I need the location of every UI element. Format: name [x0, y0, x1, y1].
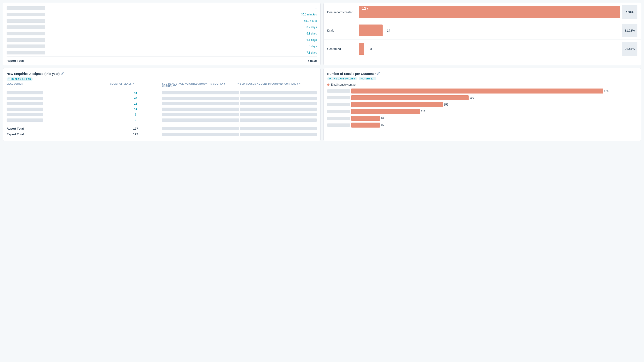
- chart-bar-wrap: 424: [351, 88, 638, 94]
- stage-name: Draft: [327, 29, 359, 32]
- stage-bar-container: 127: [359, 5, 620, 19]
- enquiries-card: New Enquiries Assigned (this year) i Thi…: [3, 68, 321, 141]
- deal-stages-card: Deal record created 127 100% Draft 14 11…: [323, 3, 641, 65]
- filters-row: In the last 30 days Filters (1): [327, 77, 638, 80]
- total-closed-bar: [240, 127, 317, 130]
- stage-bar: [359, 24, 382, 36]
- report-total-label: Report Total: [6, 59, 24, 62]
- chart-row: 46: [327, 122, 638, 128]
- stage-bar-value: 127: [362, 6, 368, 11]
- info-icon[interactable]: i: [61, 72, 64, 75]
- date-filter-badge[interactable]: In the last 30 days: [327, 77, 357, 80]
- chart-bar-value: 46: [381, 117, 384, 120]
- chart-bar-wrap: 152: [351, 102, 638, 107]
- stage-percent: 11.02%: [625, 29, 635, 32]
- time-rows: – 30.1 minutes 55.9 hours 8.2 days 6.8 d…: [6, 6, 317, 55]
- weighted-bar: [162, 118, 239, 122]
- stage-count: 3: [365, 47, 372, 50]
- report-totals-section: Report Total 127 Report Total 127: [6, 124, 317, 137]
- report-total-row: Report Total 7 days: [6, 56, 317, 62]
- report-total-value: 7 days: [308, 59, 317, 62]
- total-count: 127: [110, 127, 161, 130]
- chart-bar-value: 152: [444, 103, 448, 106]
- count-value: 6: [110, 113, 161, 116]
- time-row: 55.9 hours: [6, 18, 317, 24]
- chart-bar: [351, 109, 420, 114]
- closed-bar: [240, 91, 317, 94]
- time-row: 6 days: [6, 44, 317, 49]
- stage-name: Confirmed: [327, 47, 359, 50]
- total-weighted-bar: [162, 127, 239, 130]
- total-label: Report Total: [6, 132, 109, 136]
- bar-value: 8.2 days: [306, 26, 317, 29]
- stage-percent: 100%: [626, 10, 633, 14]
- chart-row: 424: [327, 88, 638, 94]
- emails-info-icon[interactable]: i: [377, 72, 380, 75]
- time-row: 6.1 days: [6, 38, 317, 42]
- chart-bar-value: 46: [381, 124, 384, 127]
- legend-dot: [327, 84, 330, 86]
- sort-arrow-count[interactable]: ⇅: [132, 82, 134, 85]
- bar-label-block: [6, 38, 45, 42]
- y-label-bar: [327, 117, 350, 120]
- bar-label-block: [6, 26, 45, 29]
- stage-row: Confirmed 3 21.43%: [324, 40, 641, 58]
- table-row: 42: [6, 96, 317, 101]
- y-label-bar: [327, 103, 350, 106]
- owner-bar: [6, 113, 43, 116]
- chart-bar-wrap: 199: [351, 95, 638, 100]
- total-label: Report Total: [6, 127, 109, 130]
- filter-count-badge[interactable]: Filters (1): [359, 77, 376, 80]
- owner-bar: [6, 118, 43, 122]
- closed-bar: [240, 108, 317, 111]
- owner-bar: [6, 97, 43, 100]
- emails-card: Number of Emails per Customer i In the l…: [323, 68, 641, 141]
- bar-value: 6 days: [309, 45, 317, 48]
- stage-row: Draft 14 11.02%: [324, 21, 641, 40]
- enquiries-table: Deal Owner Count of Deals ⇅ Sum Deal Sta…: [6, 82, 317, 137]
- weighted-bar: [162, 91, 239, 94]
- stage-name: Deal record created: [327, 10, 359, 14]
- y-label-bar: [327, 96, 350, 100]
- chart-bar: [351, 122, 380, 128]
- bar-label-block: [6, 44, 45, 48]
- time-row: 30.1 minutes: [6, 12, 317, 17]
- bar-label-block: [6, 6, 45, 10]
- bar-label-block: [6, 32, 45, 36]
- chart-bar-wrap: 46: [351, 122, 638, 128]
- report-total-table-row: Report Total 127: [6, 132, 317, 137]
- bar-value: 30.1 minutes: [301, 13, 317, 16]
- bar-label-block: [6, 51, 45, 54]
- col-count-deals: Count of Deals ⇅: [110, 82, 161, 88]
- closed-bar: [240, 113, 317, 116]
- table-row: 14: [6, 106, 317, 112]
- table-row: 46: [6, 90, 317, 96]
- stage-bar-container: 14: [359, 24, 620, 37]
- bar-label-block: [6, 19, 45, 23]
- stage-bar: [359, 43, 364, 55]
- chart-row: 117: [327, 109, 638, 114]
- stage-percent: 21.43%: [625, 47, 635, 50]
- col-closed: Sum Closed Amount in Company Currency ⇅: [240, 82, 317, 88]
- sort-arrow-closed[interactable]: ⇅: [299, 82, 301, 85]
- bar-value: 6.8 days: [306, 32, 317, 35]
- bar-value: 7.3 days: [306, 51, 317, 54]
- bar-value: 55.9 hours: [304, 19, 317, 22]
- report-total-rows: Report Total 127 Report Total 127: [6, 126, 317, 137]
- total-closed-bar: [240, 133, 317, 136]
- time-metrics-card: – 30.1 minutes 55.9 hours 8.2 days 6.8 d…: [3, 3, 321, 65]
- table-header: Deal Owner Count of Deals ⇅ Sum Deal Sta…: [6, 82, 317, 89]
- weighted-bar: [162, 102, 239, 105]
- stage-percent-block: 100%: [622, 5, 638, 19]
- owner-bar: [6, 102, 43, 105]
- closed-bar: [240, 118, 317, 122]
- sort-arrow-weighted[interactable]: ⇅: [237, 82, 239, 85]
- report-total-table-row: Report Total 127: [6, 126, 317, 132]
- weighted-bar: [162, 113, 239, 116]
- chart-bar: [351, 116, 380, 121]
- weighted-bar: [162, 108, 239, 111]
- time-row: 7.3 days: [6, 50, 317, 55]
- table-row: 6: [6, 112, 317, 117]
- stage-bar: 127: [359, 6, 620, 18]
- legend-label: Email sent to contact: [331, 83, 356, 86]
